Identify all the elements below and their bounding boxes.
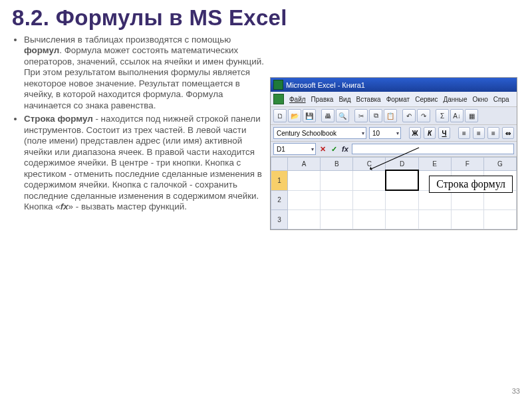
- col-header[interactable]: E: [418, 158, 451, 171]
- sum-icon[interactable]: Σ: [436, 109, 449, 122]
- body-text: Вычисления в таблицах производятся с пом…: [12, 35, 266, 230]
- formula-input[interactable]: [352, 144, 514, 154]
- row-header[interactable]: 3: [271, 210, 288, 229]
- cell[interactable]: [321, 190, 353, 210]
- cell[interactable]: [353, 170, 386, 190]
- align-center-icon[interactable]: ≡: [473, 127, 485, 139]
- bullet-2: Строка формул - находится под нижней стр…: [24, 114, 266, 212]
- merge-icon[interactable]: ⇔: [502, 127, 514, 139]
- cell[interactable]: [418, 210, 451, 229]
- titlebar: Microsoft Excel - Книга1: [271, 78, 517, 92]
- menu-help[interactable]: Спра: [493, 96, 509, 103]
- row-header[interactable]: 1: [271, 170, 288, 190]
- paste-icon[interactable]: 📋: [384, 109, 397, 122]
- menu-insert[interactable]: Вставка: [356, 96, 380, 103]
- save-icon[interactable]: 💾: [303, 109, 316, 122]
- cell[interactable]: [483, 210, 516, 229]
- cell[interactable]: [451, 210, 483, 229]
- menu-bar: Файл Правка Вид Вставка Формат Сервис Да…: [271, 92, 517, 107]
- sort-icon[interactable]: A↓: [450, 109, 464, 122]
- slide-title: 8.2. Формулы в MS Excel: [12, 5, 520, 31]
- cell[interactable]: [483, 190, 516, 210]
- select-all-corner[interactable]: [271, 158, 288, 171]
- cell[interactable]: [451, 190, 483, 210]
- bold-button[interactable]: Ж: [409, 127, 421, 139]
- app-icon: [273, 94, 284, 104]
- copy-icon[interactable]: ⧉: [369, 109, 382, 122]
- col-header[interactable]: G: [483, 158, 516, 171]
- cell[interactable]: [353, 210, 386, 229]
- font-combo[interactable]: Century Schoolbook: [273, 127, 366, 139]
- cell[interactable]: [386, 190, 418, 210]
- cell[interactable]: [321, 170, 353, 190]
- print-icon[interactable]: 🖶: [321, 109, 334, 122]
- cut-icon[interactable]: ✂: [354, 109, 368, 122]
- cancel-icon[interactable]: ✕: [318, 144, 327, 154]
- cell[interactable]: [288, 170, 321, 190]
- menu-file[interactable]: Файл: [289, 96, 306, 103]
- cell[interactable]: [288, 210, 321, 229]
- row-header[interactable]: 2: [271, 190, 288, 210]
- formula-bar: D1 ✕ ✓ fx: [271, 142, 517, 157]
- col-header[interactable]: B: [321, 158, 353, 171]
- preview-icon[interactable]: 🔍: [336, 109, 349, 122]
- open-icon[interactable]: 📂: [288, 109, 301, 122]
- excel-icon: [273, 80, 283, 90]
- cell[interactable]: [386, 210, 418, 229]
- window-title: Microsoft Excel - Книга1: [286, 81, 365, 89]
- enter-icon[interactable]: ✓: [329, 144, 338, 154]
- new-icon[interactable]: 🗋: [273, 109, 287, 122]
- callout-label: Строка формул: [429, 176, 513, 193]
- fx-icon[interactable]: fx: [340, 144, 350, 154]
- undo-icon[interactable]: ↶: [402, 109, 416, 122]
- bullet-1: Вычисления в таблицах производятся с пом…: [24, 35, 266, 111]
- size-combo[interactable]: 10: [369, 127, 401, 139]
- menu-tools[interactable]: Сервис: [415, 96, 438, 103]
- standard-toolbar: 🗋 📂 💾 🖶 🔍 ✂ ⧉ 📋 ↶ ↷ Σ A↓ ▦: [271, 107, 517, 125]
- redo-icon[interactable]: ↷: [417, 109, 430, 122]
- underline-button[interactable]: Ч: [438, 127, 450, 139]
- cell[interactable]: [418, 190, 451, 210]
- align-left-icon[interactable]: ≡: [458, 127, 470, 139]
- excel-screenshot: Microsoft Excel - Книга1 Файл Правка Вид…: [270, 77, 517, 230]
- chart-icon[interactable]: ▦: [465, 109, 478, 122]
- col-header[interactable]: F: [451, 158, 483, 171]
- menu-edit[interactable]: Правка: [311, 96, 334, 103]
- italic-button[interactable]: К: [424, 127, 436, 139]
- menu-data[interactable]: Данные: [443, 96, 467, 103]
- menu-format[interactable]: Формат: [386, 96, 410, 103]
- align-right-icon[interactable]: ≡: [487, 127, 499, 139]
- cell[interactable]: [288, 190, 321, 210]
- worksheet-grid[interactable]: A B C D E F G 1: [271, 157, 517, 229]
- cell[interactable]: [321, 210, 353, 229]
- active-cell[interactable]: [386, 170, 418, 190]
- formatting-toolbar: Century Schoolbook 10 Ж К Ч ≡ ≡ ≡ ⇔: [271, 125, 517, 142]
- cell[interactable]: [353, 190, 386, 210]
- page-number: 33: [512, 387, 520, 395]
- menu-window[interactable]: Окно: [473, 96, 488, 103]
- menu-view[interactable]: Вид: [338, 96, 350, 103]
- col-header[interactable]: A: [288, 158, 321, 171]
- name-box[interactable]: D1: [273, 143, 316, 155]
